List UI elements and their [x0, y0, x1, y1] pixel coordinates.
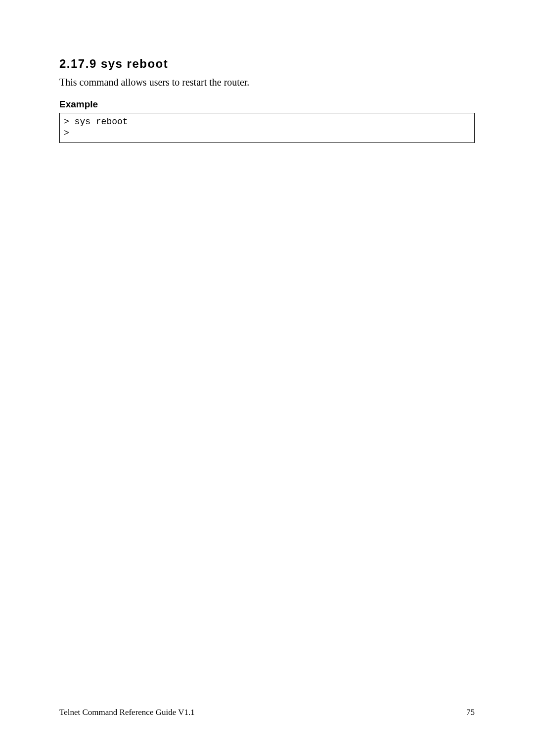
- section-heading: 2.17.9 sys reboot: [59, 57, 475, 71]
- code-text: > sys reboot >: [64, 117, 133, 138]
- page-number: 75: [466, 708, 475, 717]
- section-description: This command allows users to restart the…: [59, 77, 475, 88]
- page-content: 2.17.9 sys reboot This command allows us…: [0, 0, 534, 143]
- code-example-box: > sys reboot >: [59, 113, 475, 143]
- example-label: Example: [59, 99, 475, 110]
- footer-guide-title: Telnet Command Reference Guide V1.1: [59, 708, 195, 717]
- page-footer: Telnet Command Reference Guide V1.1 75: [59, 708, 475, 717]
